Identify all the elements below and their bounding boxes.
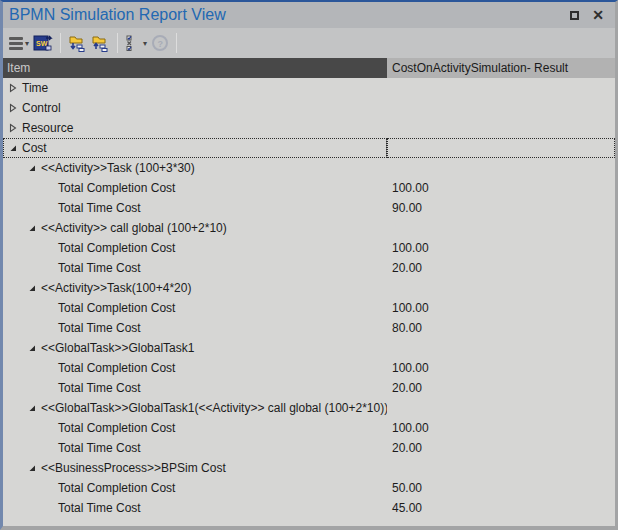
tree-row[interactable]: Total Completion Cost50.00 [3,478,615,498]
window-title: BPMN Simulation Report View [9,6,226,24]
tree-row[interactable]: Total Completion Cost100.00 [3,418,615,438]
tree-item-label: Resource [22,121,73,135]
maximize-button[interactable] [565,6,583,24]
tree-item-label: <<GlobalTask>>GlobalTask1 [41,341,194,355]
tree-row[interactable]: Total Time Cost20.00 [3,378,615,398]
tree-row[interactable]: Resource [3,118,615,138]
svg-text:?: ? [157,39,163,49]
tree-item-label: Total Time Cost [58,501,141,515]
result-value: 100.00 [387,358,615,378]
column-header-result[interactable]: CostOnActivitySimulation- Result [387,58,615,78]
result-value: 100.00 [387,298,615,318]
tree-row[interactable]: Total Time Cost20.00 [3,438,615,458]
expanded-toggle-icon[interactable] [7,142,19,154]
tree-item-label: Total Completion Cost [58,481,175,495]
tree-row[interactable]: Total Completion Cost100.00 [3,178,615,198]
tree-row[interactable]: <<Activity>>Task (100+3*30) [3,158,615,178]
tree-item-label: Total Time Cost [58,321,141,335]
tree-item-label: Total Completion Cost [58,361,175,375]
toolbar-separator [176,33,177,53]
result-value [387,98,615,118]
collapse-all-icon [91,34,110,52]
expand-all-button[interactable] [66,32,89,54]
expanded-toggle-icon[interactable] [26,282,38,294]
tree-item-label: Cost [22,141,47,155]
generate-report-icon: SW [33,34,53,52]
chevron-down-icon: ▾ [25,39,29,48]
tree-item-label: Total Time Cost [58,261,141,275]
tree-row[interactable]: Total Time Cost90.00 [3,198,615,218]
tree-row[interactable]: Total Completion Cost100.00 [3,298,615,318]
collapsed-toggle-icon[interactable] [7,122,19,134]
tree-row[interactable]: Total Completion Cost100.00 [3,358,615,378]
tree-item-label: Time [22,81,48,95]
tree-item-label: Total Time Cost [58,381,141,395]
result-value: 100.00 [387,238,615,258]
collapse-all-button[interactable] [89,32,112,54]
report-tree: TimeControlResourceCost<<Activity>>Task … [3,78,615,526]
expanded-toggle-icon[interactable] [26,162,38,174]
result-value [387,458,615,478]
expanded-toggle-icon[interactable] [26,222,38,234]
menu-icon [9,37,23,50]
tree-row[interactable]: <<Activity>> call global (100+2*10) [3,218,615,238]
expanded-toggle-icon[interactable] [26,462,38,474]
tree-row[interactable]: <<BusinessProcess>>BPSim Cost [3,458,615,478]
help-button[interactable]: ? [149,32,171,54]
tree-item-label: Total Completion Cost [58,241,175,255]
title-bar: BPMN Simulation Report View ✕ [3,2,615,28]
tree-item-label: Total Time Cost [58,201,141,215]
tree-item-label: Total Completion Cost [58,301,175,315]
tree-row[interactable]: <<GlobalTask>>GlobalTask1(<<Activity>> c… [3,398,615,418]
toolbar-separator [117,33,118,53]
expanded-toggle-icon[interactable] [26,342,38,354]
tree-row[interactable]: Total Time Cost80.00 [3,318,615,338]
tree-row[interactable]: Total Completion Cost100.00 [3,238,615,258]
result-value [387,138,615,158]
result-value: 90.00 [387,198,615,218]
tree-item-label: Control [22,101,61,115]
result-value: 80.00 [387,318,615,338]
options-checklist-icon [125,34,141,52]
bpmn-simulation-report-window: BPMN Simulation Report View ✕ ▾ SW [0,0,618,530]
tree-item-label: Total Completion Cost [58,421,175,435]
tree-item-label: Total Completion Cost [58,181,175,195]
result-value: 20.00 [387,378,615,398]
expanded-toggle-icon[interactable] [26,402,38,414]
toolbar: ▾ SW [3,28,615,58]
maximize-icon [570,11,579,20]
tree-row[interactable]: <<GlobalTask>>GlobalTask1 [3,338,615,358]
result-value [387,338,615,358]
close-icon: ✕ [592,8,604,22]
tree-row[interactable]: Cost [3,138,615,158]
toolbar-separator [60,33,61,53]
options-button[interactable]: ▾ [123,32,149,54]
tree-row[interactable]: Total Time Cost45.00 [3,498,615,518]
result-value: 100.00 [387,418,615,438]
collapsed-toggle-icon[interactable] [7,102,19,114]
menu-button[interactable]: ▾ [7,32,31,54]
help-icon: ? [151,34,169,52]
tree-item-label: <<Activity>>Task (100+3*30) [41,161,195,175]
tree-row[interactable]: <<Activity>>Task(100+4*20) [3,278,615,298]
tree-item-label: <<Activity>> call global (100+2*10) [41,221,227,235]
column-header-item[interactable]: Item [3,58,387,78]
tree-row[interactable]: Total Time Cost20.00 [3,258,615,278]
expand-all-icon [68,34,87,52]
result-value: 50.00 [387,478,615,498]
tree-item-label: <<BusinessProcess>>BPSim Cost [41,461,226,475]
result-value: 20.00 [387,438,615,458]
tree-row[interactable]: Time [3,78,615,98]
generate-report-button[interactable]: SW [31,32,55,54]
result-value [387,158,615,178]
close-button[interactable]: ✕ [589,6,607,24]
result-value: 45.00 [387,498,615,518]
collapsed-toggle-icon[interactable] [7,82,19,94]
tree-row[interactable]: Control [3,98,615,118]
result-value: 100.00 [387,178,615,198]
chevron-down-icon: ▾ [143,39,147,48]
tree-item-label: <<GlobalTask>>GlobalTask1(<<Activity>> c… [41,401,387,415]
tree-item-label: <<Activity>>Task(100+4*20) [41,281,191,295]
tree-item-label: Total Time Cost [58,441,141,455]
result-value [387,398,615,418]
